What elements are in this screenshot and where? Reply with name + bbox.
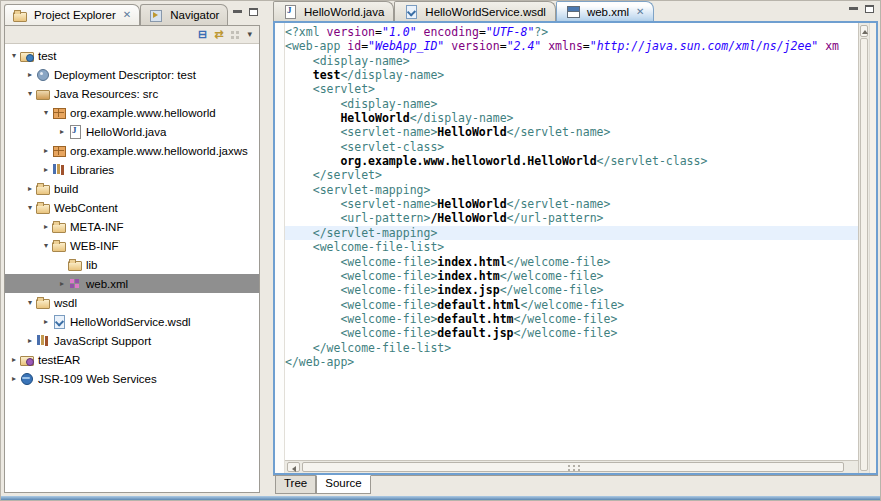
xml-file-icon bbox=[68, 277, 82, 290]
sidebar-tab-project-explorer[interactable]: Project Explorer✕ bbox=[4, 4, 140, 25]
expander-collapsed-icon[interactable]: ▸ bbox=[40, 222, 52, 231]
maximize-icon[interactable] bbox=[249, 8, 258, 16]
collapse-all-icon[interactable]: ⊟ bbox=[198, 29, 207, 40]
code-line: <servlet-name>HelloWorld</servlet-name> bbox=[285, 125, 858, 139]
tree-item-web-inf[interactable]: ▾WEB-INF bbox=[5, 236, 259, 255]
tree-item-wsdl[interactable]: ▾wsdl bbox=[5, 293, 259, 312]
annotation-ruler bbox=[275, 23, 285, 473]
tree-item-label: Java Resources: src bbox=[54, 88, 158, 100]
sidebar-tab-bar: Project Explorer✕Navigator bbox=[4, 4, 260, 25]
folder-icon bbox=[68, 258, 82, 271]
expander-expanded-icon[interactable]: ▾ bbox=[8, 51, 20, 60]
project-explorer-icon bbox=[13, 9, 27, 22]
tab-label: HelloWorldService.wsdl bbox=[425, 6, 546, 18]
tree-item-deployment-descriptor-test[interactable]: ▸Deployment Descriptor: test bbox=[5, 65, 259, 84]
expander-collapsed-icon[interactable]: ▸ bbox=[40, 165, 52, 174]
tree-item-org-example-www-helloworld-jaxws[interactable]: ▸org.example.www.helloworld.jaxws bbox=[5, 141, 259, 160]
package-icon bbox=[52, 144, 66, 157]
sidebar-tab-navigator[interactable]: Navigator bbox=[140, 4, 228, 25]
expander-collapsed-icon[interactable]: ▸ bbox=[56, 127, 68, 136]
tree-item-java-resources-src[interactable]: ▾Java Resources: src bbox=[5, 84, 259, 103]
minimize-icon[interactable] bbox=[233, 10, 242, 13]
code-line: <welcome-file>default.jsp</welcome-file> bbox=[285, 326, 858, 340]
tree-item-webcontent[interactable]: ▾WebContent bbox=[5, 198, 259, 217]
wsdl-file-icon bbox=[52, 315, 66, 328]
expander-collapsed-icon[interactable]: ▸ bbox=[24, 70, 36, 79]
scroll-up-icon[interactable] bbox=[860, 25, 868, 37]
tab-label: HelloWorld.java bbox=[304, 6, 384, 18]
code-column: <?xml version="1.0" encoding="UTF-8"?><w… bbox=[285, 23, 858, 473]
tree-item-helloworldservice-wsdl[interactable]: ▸HelloWorldService.wsdl bbox=[5, 312, 259, 331]
page-tab-source[interactable]: Source bbox=[316, 475, 370, 494]
editor-tab-bar: HelloWorld.javaHelloWorldService.wsdlweb… bbox=[273, 1, 878, 21]
tab-label: web.xml bbox=[587, 6, 629, 18]
editor-window-buttons bbox=[849, 5, 874, 13]
code-text[interactable]: <?xml version="1.0" encoding="UTF-8"?><w… bbox=[285, 23, 858, 460]
code-line: <display-name> bbox=[285, 54, 858, 68]
horizontal-scrollbar[interactable] bbox=[285, 460, 858, 473]
web-services-icon bbox=[20, 372, 34, 385]
tab-label: Navigator bbox=[170, 9, 219, 21]
view-window-buttons bbox=[233, 8, 258, 16]
expander-collapsed-icon[interactable]: ▸ bbox=[40, 317, 52, 326]
expander-collapsed-icon[interactable]: ▸ bbox=[8, 374, 20, 383]
link-with-editor-icon[interactable]: ⇄ bbox=[214, 29, 223, 40]
project-explorer-view: Project Explorer✕Navigator ⊟ ⇄ ▾ ▾test▸D… bbox=[4, 4, 260, 493]
expander-expanded-icon[interactable]: ▾ bbox=[24, 203, 36, 212]
tree-item-lib[interactable]: lib bbox=[5, 255, 259, 274]
tree-item-helloworld-java[interactable]: ▸HelloWorld.java bbox=[5, 122, 259, 141]
scroll-left-icon[interactable] bbox=[287, 462, 300, 472]
tree-item-meta-inf[interactable]: ▸META-INF bbox=[5, 217, 259, 236]
code-line: test</display-name> bbox=[285, 68, 858, 82]
tree-item-testear[interactable]: ▸testEAR bbox=[5, 350, 259, 369]
tree-item-label: JSR-109 Web Services bbox=[38, 373, 157, 385]
expander-expanded-icon[interactable]: ▾ bbox=[40, 108, 52, 117]
web-xml-editor-icon bbox=[566, 5, 580, 18]
tree-item-label: lib bbox=[86, 259, 98, 271]
editor-tab-web-xml[interactable]: web.xml✕ bbox=[556, 1, 655, 21]
vertical-scrollbar[interactable] bbox=[858, 23, 869, 473]
tree-item-build[interactable]: ▸build bbox=[5, 179, 259, 198]
project-icon bbox=[20, 49, 34, 62]
tab-label: Project Explorer bbox=[34, 9, 116, 21]
expander-collapsed-icon[interactable]: ▸ bbox=[24, 184, 36, 193]
tree-item-label: META-INF bbox=[70, 221, 123, 233]
expander-expanded-icon[interactable]: ▾ bbox=[40, 241, 52, 250]
close-icon[interactable]: ✕ bbox=[123, 10, 131, 20]
project-ear-icon bbox=[20, 353, 34, 366]
expander-expanded-icon[interactable]: ▾ bbox=[24, 298, 36, 307]
libraries-icon bbox=[52, 163, 66, 176]
maximize-icon[interactable] bbox=[865, 5, 874, 13]
tree-item-org-example-www-helloworld[interactable]: ▾org.example.www.helloworld bbox=[5, 103, 259, 122]
code-line: <welcome-file>index.htm</welcome-file> bbox=[285, 269, 858, 283]
close-icon[interactable]: ✕ bbox=[636, 7, 644, 17]
tree-item-web-xml[interactable]: ▸web.xml bbox=[5, 274, 259, 293]
expander-collapsed-icon[interactable]: ▸ bbox=[40, 146, 52, 155]
view-toolbar: ⊟ ⇄ ▾ bbox=[5, 26, 259, 44]
expander-collapsed-icon[interactable]: ▸ bbox=[24, 336, 36, 345]
tree-item-label: WebContent bbox=[54, 202, 118, 214]
view-menu-icon[interactable]: ▾ bbox=[247, 30, 252, 39]
xml-source-editor: <?xml version="1.0" encoding="UTF-8"?><w… bbox=[273, 21, 878, 475]
expander-collapsed-icon[interactable]: ▸ bbox=[8, 355, 20, 364]
page-tab-tree[interactable]: Tree bbox=[275, 476, 316, 494]
tree-item-jsr-109-web-services[interactable]: ▸JSR-109 Web Services bbox=[5, 369, 259, 388]
overview-ruler bbox=[869, 23, 876, 473]
tree-item-label: JavaScript Support bbox=[54, 335, 151, 347]
code-line: <welcome-file>default.html</welcome-file… bbox=[285, 298, 858, 312]
code-line: <welcome-file-list> bbox=[285, 240, 858, 254]
java-resources-icon bbox=[36, 87, 50, 100]
minimize-icon[interactable] bbox=[849, 7, 858, 10]
expander-expanded-icon[interactable]: ▾ bbox=[24, 89, 36, 98]
code-line: <servlet-class> bbox=[285, 140, 858, 154]
editor-tab-helloworldservice-wsdl[interactable]: HelloWorldService.wsdl bbox=[394, 1, 556, 21]
code-line: <?xml version="1.0" encoding="UTF-8"?> bbox=[285, 25, 858, 39]
tree-item-javascript-support[interactable]: ▸JavaScript Support bbox=[5, 331, 259, 350]
tree-item-libraries[interactable]: ▸Libraries bbox=[5, 160, 259, 179]
vertical-scroll-thumb[interactable] bbox=[860, 38, 868, 471]
code-line: <servlet> bbox=[285, 82, 858, 96]
tree-item-test[interactable]: ▾test bbox=[5, 46, 259, 65]
horizontal-scroll-thumb[interactable] bbox=[302, 462, 844, 472]
editor-tab-helloworld-java[interactable]: HelloWorld.java bbox=[273, 1, 394, 21]
expander-collapsed-icon[interactable]: ▸ bbox=[56, 279, 68, 288]
